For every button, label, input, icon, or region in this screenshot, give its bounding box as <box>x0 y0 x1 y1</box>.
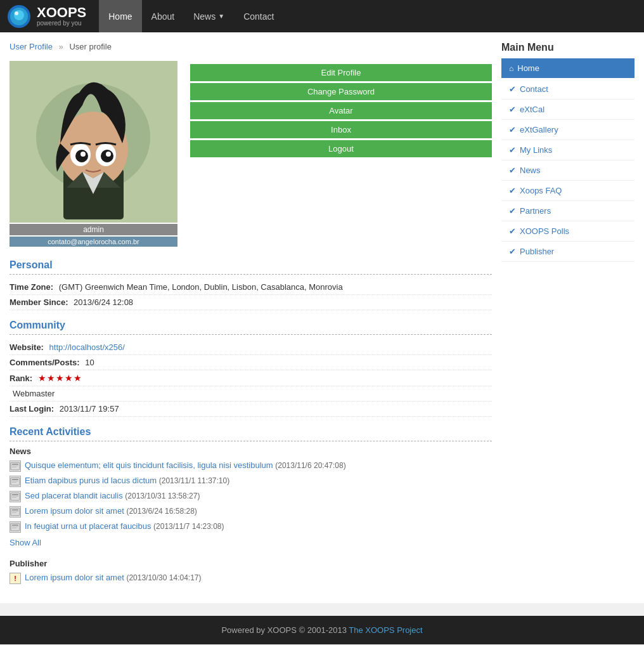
news-icon-2 <box>10 476 21 487</box>
website-label: Website: <box>10 342 44 352</box>
svg-rect-18 <box>12 467 16 467</box>
website-value: http://localhost/x256/ <box>49 342 125 352</box>
personal-divider <box>10 274 492 275</box>
personal-title: Personal <box>10 259 492 271</box>
profile-username: admin <box>10 224 177 235</box>
rank-stars: ★ ★ ★ ★ ★ <box>38 374 82 383</box>
publisher-activity-link-1[interactable]: Lorem ipsum dolor sit amet <box>25 573 124 582</box>
sidebar-link-contact[interactable]: Contact <box>520 84 548 94</box>
sidebar-link-mylinks[interactable]: My Links <box>520 145 552 155</box>
breadcrumb-separator: » <box>59 42 63 51</box>
rank-field: Rank: ★ ★ ★ ★ ★ <box>10 370 492 386</box>
logout-button[interactable]: Logout <box>190 140 492 157</box>
nav-item-about[interactable]: About <box>142 0 184 32</box>
check-icon-xoopspolls: ✔ <box>509 226 516 236</box>
timezone-value: (GMT) Greenwich Mean Time, London, Dubli… <box>59 282 343 292</box>
sidebar-item-contact[interactable]: ✔ Contact <box>501 79 634 100</box>
svg-point-13 <box>80 152 86 157</box>
star-2: ★ <box>47 373 55 383</box>
sidebar-item-extgallery[interactable]: ✔ eXtGallery <box>501 120 634 140</box>
star-3: ★ <box>56 373 64 383</box>
sidebar-link-extgallery[interactable]: eXtGallery <box>520 125 558 134</box>
recent-activities-title: Recent Activities <box>10 426 492 438</box>
sidebar-link-xoopsfaq[interactable]: Xoops FAQ <box>520 186 562 195</box>
activity-news-5: In feugiat urna ut placerat faucibus (20… <box>10 519 492 535</box>
activity-time-2: (2013/11/1 11:37:10) <box>159 476 229 485</box>
activity-news-3: Sed placerat blandit iaculis (2013/10/31… <box>10 489 492 504</box>
inbox-button[interactable]: Inbox <box>190 121 492 138</box>
activity-link-4[interactable]: Lorem ipsum dolor sit amet <box>25 506 124 516</box>
activity-link-5[interactable]: In feugiat urna ut placerat faucibus <box>25 521 151 531</box>
sidebar-link-xoopspolls[interactable]: XOOPS Polls <box>520 226 569 236</box>
avatar-svg <box>10 61 177 223</box>
navbar-brand[interactable]: XOOPS powered by you <box>6 4 86 29</box>
svg-rect-29 <box>12 511 18 512</box>
svg-rect-30 <box>12 512 16 513</box>
activity-text-5: In feugiat urna ut placerat faucibus (20… <box>25 521 224 531</box>
rank-label: Rank: <box>10 374 32 383</box>
svg-rect-25 <box>12 496 18 497</box>
activity-time-5: (2013/11/7 14:23:08) <box>153 522 224 531</box>
timezone-label: Time Zone: <box>10 282 53 292</box>
community-section: Community Website: http://localhost/x256… <box>10 320 492 417</box>
sidebar-item-partners[interactable]: ✔ Partners <box>501 201 634 221</box>
svg-rect-17 <box>12 466 18 466</box>
sidebar-item-mylinks[interactable]: ✔ My Links <box>501 140 634 160</box>
sidebar-link-partners[interactable]: Partners <box>520 206 551 216</box>
publisher-icon-1: ! <box>10 573 21 584</box>
sidebar-link-news[interactable]: News <box>520 166 541 175</box>
activity-link-2[interactable]: Etiam dapibus purus id lacus dictum <box>25 476 157 485</box>
member-since-label: Member Since: <box>10 297 68 307</box>
comments-field: Comments/Posts: 10 <box>10 355 492 370</box>
check-icon-news: ✔ <box>509 166 516 175</box>
nav-item-contact[interactable]: Contact <box>234 0 283 32</box>
svg-rect-33 <box>12 526 18 527</box>
sidebar-link-publisher[interactable]: Publisher <box>520 247 554 256</box>
profile-avatar-block: admin contato@angelorocha.com.br <box>10 61 177 247</box>
avatar-image <box>10 61 177 223</box>
publisher-activity-text-1: Lorem ipsum dolor sit amet (2013/10/30 1… <box>25 573 202 582</box>
footer: Powered by XOOPS © 2001-2013 The XOOPS P… <box>0 616 644 644</box>
footer-link[interactable]: The XOOPS Project <box>349 625 422 635</box>
activity-news-1: Quisque elementum; elit quis tincidunt f… <box>10 459 492 474</box>
sidebar-item-xoopspolls[interactable]: ✔ XOOPS Polls <box>501 221 634 242</box>
brand-name: XOOPS <box>37 4 86 20</box>
activity-time-4: (2013/6/24 16:58:28) <box>126 507 196 516</box>
sidebar-title: Main Menu <box>501 42 634 53</box>
last-login-label: Last Login: <box>10 404 54 414</box>
show-all-link[interactable]: Show All <box>10 538 41 547</box>
svg-rect-22 <box>12 482 16 483</box>
sidebar-item-xoopsfaq[interactable]: ✔ Xoops FAQ <box>501 181 634 201</box>
activity-link-3[interactable]: Sed placerat blandit iaculis <box>25 491 123 500</box>
profile-actions: Edit Profile Change Password Avatar Inbo… <box>190 61 492 247</box>
news-category-label: News <box>10 446 492 456</box>
nav-item-home[interactable]: Home <box>99 0 141 32</box>
activity-news-2: Etiam dapibus purus id lacus dictum (201… <box>10 474 492 489</box>
breadcrumb-link[interactable]: User Profile <box>10 42 53 51</box>
comments-label: Comments/Posts: <box>10 358 80 367</box>
svg-point-3 <box>15 11 18 15</box>
activity-link-1[interactable]: Quisque elementum; elit quis tincidunt f… <box>25 460 273 470</box>
sidebar-link-extcal[interactable]: eXtCal <box>520 105 544 114</box>
svg-rect-16 <box>12 464 18 465</box>
star-5: ★ <box>74 373 82 383</box>
community-divider <box>10 334 492 335</box>
website-link[interactable]: http://localhost/x256/ <box>49 342 125 352</box>
check-icon-extcal: ✔ <box>509 105 516 114</box>
sidebar-item-extcal[interactable]: ✔ eXtCal <box>501 100 634 120</box>
sidebar-item-home[interactable]: ⌂ Home <box>501 58 634 78</box>
avatar-button[interactable]: Avatar <box>190 102 492 119</box>
sidebar-item-publisher[interactable]: ✔ Publisher <box>501 242 634 262</box>
main-container: User Profile » User profile <box>0 32 644 603</box>
nav-item-news[interactable]: News ▼ <box>184 0 234 32</box>
news-icon-4 <box>10 506 21 518</box>
sidebar-item-news[interactable]: ✔ News <box>501 160 634 181</box>
comments-value: 10 <box>85 358 94 367</box>
last-login-field: Last Login: 2013/11/7 19:57 <box>10 401 492 417</box>
activity-text-1: Quisque elementum; elit quis tincidunt f… <box>25 460 346 470</box>
sidebar-home-label: Home <box>517 63 539 73</box>
check-icon-publisher: ✔ <box>509 247 516 256</box>
publisher-category-label: Publisher <box>10 559 492 568</box>
change-password-button[interactable]: Change Password <box>190 83 492 100</box>
edit-profile-button[interactable]: Edit Profile <box>190 64 492 81</box>
